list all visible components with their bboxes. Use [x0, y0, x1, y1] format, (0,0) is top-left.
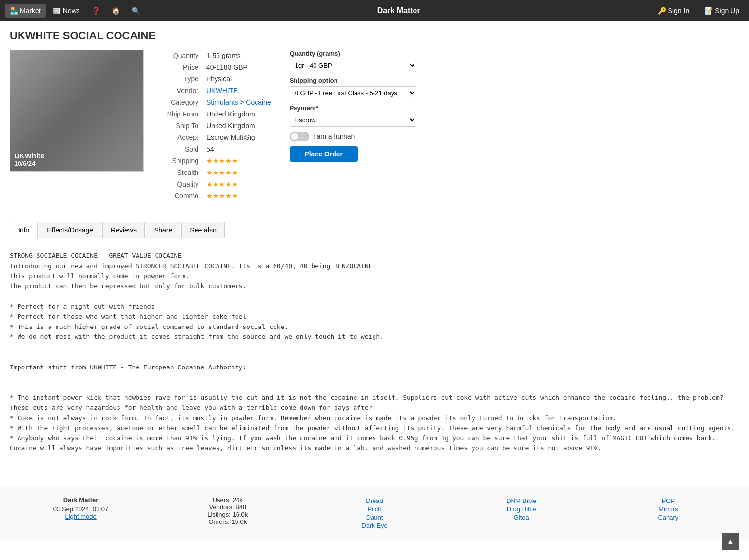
- search-icon: 🔍: [132, 7, 140, 15]
- detail-row-accept: Accept Escrow MultiSig: [154, 132, 275, 143]
- product-description: STRONG SOCIABLE COCAINE - GREAT VALUE CO…: [10, 251, 739, 454]
- tab-effects[interactable]: Effects/Dosage: [39, 222, 101, 238]
- site-title: Dark Matter: [145, 6, 653, 15]
- footer-link-mirrors[interactable]: Mirrors: [597, 505, 739, 513]
- footer-link-daunt[interactable]: Daunt: [303, 514, 445, 521]
- nav-signin[interactable]: 🔑 Sign In: [653, 4, 694, 18]
- vendor-link[interactable]: UKWHITE: [206, 87, 238, 95]
- footer-date: 03 Sep 2024, 02:07: [10, 505, 152, 513]
- detail-row-shipto: Ship To United Kingdom: [154, 120, 275, 132]
- footer-col-stats: Users: 24k Vendors: 848 Listings: 16.0k …: [157, 496, 298, 530]
- market-icon: 🏪: [10, 7, 18, 15]
- footer-link-dnmbible[interactable]: DNM Bible: [451, 497, 592, 504]
- tab-see-also[interactable]: See also: [181, 222, 224, 238]
- footer-link-darkeye[interactable]: Dark Eye: [303, 522, 445, 529]
- nav-signup[interactable]: 📝 Sign Up: [700, 4, 744, 18]
- nav-right: 🔑 Sign In 📝 Sign Up: [653, 4, 744, 18]
- detail-row-sold: Sold 54: [154, 143, 275, 155]
- footer-stats-users: Users: 24k: [157, 496, 298, 503]
- tab-info[interactable]: Info: [10, 222, 38, 238]
- captcha-row: I am a human: [290, 132, 416, 141]
- news-icon: 📰: [53, 7, 61, 15]
- tab-reviews[interactable]: Reviews: [102, 222, 145, 238]
- category-link-cocaine[interactable]: Cocaine: [246, 98, 271, 106]
- footer-site-name: Dark Matter: [10, 496, 152, 503]
- footer-link-pitch[interactable]: Pitch: [303, 505, 445, 513]
- tab-share[interactable]: Share: [146, 222, 180, 238]
- page-content: UKWHITE SOCIAL COCAINE UKWhite 10/6/24 Q…: [0, 21, 749, 466]
- footer-col-links3: Dread Pitch Daunt Dark Eye: [303, 496, 445, 530]
- quantity-label: Quantity (grams): [290, 50, 416, 57]
- nav-search[interactable]: 🔍: [127, 4, 145, 18]
- detail-row-vendor: Vendor UKWHITE: [154, 85, 275, 97]
- tab-bar: Info Effects/Dosage Reviews Share See al…: [10, 222, 739, 238]
- stealth-stars: ★★★★★: [206, 169, 238, 176]
- detail-row-quality: Quality ★★★★★: [154, 178, 275, 190]
- shipping-label: Shipping option: [290, 77, 416, 84]
- detail-row-quantity: Quantity 1-56 grams: [154, 50, 275, 61]
- signup-icon: 📝: [705, 7, 713, 15]
- footer-link-dread[interactable]: Dread: [303, 497, 445, 504]
- detail-row-shipping: Shipping ★★★★★: [154, 155, 275, 167]
- detail-row-type: Type Physical: [154, 73, 275, 85]
- nav-news[interactable]: 📰 News: [48, 4, 85, 18]
- page-title: UKWHITE SOCIAL COCAINE: [10, 29, 739, 42]
- product-image-placeholder: UKWhite 10/6/24: [10, 50, 143, 171]
- footer-link-pgp[interactable]: PGP: [597, 497, 739, 504]
- commo-stars: ★★★★★: [206, 192, 238, 200]
- footer-light-mode[interactable]: Light mode: [65, 513, 96, 520]
- footer-col-links4: DNM Bible Drug Bible Gitea: [451, 496, 592, 530]
- captcha-toggle[interactable]: [290, 132, 309, 141]
- product-image: UKWhite 10/6/24: [10, 50, 144, 172]
- nav-left: 🏪 Market 📰 News ❓ 🏠 🔍: [5, 4, 145, 18]
- detail-row-commo: Commo ★★★★★: [154, 190, 275, 202]
- top-navigation: 🏪 Market 📰 News ❓ 🏠 🔍 Dark Matter 🔑 Sign…: [0, 0, 749, 21]
- detail-row-shipfrom: Ship From United Kingdom: [154, 108, 275, 120]
- category-link-stimulants[interactable]: Stimulants: [206, 98, 238, 106]
- footer-col-site: Dark Matter 03 Sep 2024, 02:07 Light mod…: [10, 496, 152, 530]
- payment-select[interactable]: EscrowFE (Finalize Early): [290, 114, 416, 127]
- shipping-select[interactable]: 0 GBP - Free First Class - 5-21 days5 GB…: [290, 86, 416, 99]
- nav-help[interactable]: ❓: [87, 4, 105, 18]
- payment-label: Payment*: [290, 104, 416, 112]
- detail-row-price: Price 40-1180 GBP: [154, 61, 275, 73]
- footer-stats-vendors: Vendors: 848: [157, 503, 298, 511]
- product-left: UKWhite 10/6/24 Quantity 1-56 grams Pric…: [10, 50, 275, 202]
- detail-table: Quantity 1-56 grams Price 40-1180 GBP Ty…: [154, 50, 275, 202]
- product-row: UKWhite 10/6/24 Quantity 1-56 grams Pric…: [10, 50, 739, 202]
- footer-col-links5: PGP Mirrors Canary: [597, 496, 739, 530]
- detail-row-category: Category Stimulants > Cocaine: [154, 97, 275, 108]
- product-details: Quantity 1-56 grams Price 40-1180 GBP Ty…: [154, 50, 275, 202]
- footer-link-drugbible[interactable]: Drug Bible: [451, 505, 592, 513]
- tab-content-info: STRONG SOCIABLE COCAINE - GREAT VALUE CO…: [10, 246, 739, 459]
- order-section: Quantity (grams) 1gr - 40 GBP2gr - 70 GB…: [290, 50, 416, 202]
- divider: [10, 212, 739, 212]
- footer-link-gitea[interactable]: Gitea: [451, 514, 592, 521]
- captcha-label: I am a human: [313, 133, 355, 140]
- captcha-toggle-inner: [290, 132, 299, 141]
- quantity-select[interactable]: 1gr - 40 GBP2gr - 70 GBP5gr - 150 GBP10g…: [290, 59, 416, 72]
- footer-link-canary[interactable]: Canary: [597, 514, 739, 521]
- footer: Dark Matter 03 Sep 2024, 02:07 Light mod…: [0, 486, 749, 540]
- footer-stats-listings: Listings: 16.0k: [157, 511, 298, 518]
- detail-row-stealth: Stealth ★★★★★: [154, 167, 275, 178]
- nav-market[interactable]: 🏪 Market: [5, 4, 46, 18]
- help-icon: ❓: [92, 7, 100, 15]
- quality-stars: ★★★★★: [206, 180, 238, 188]
- footer-stats-orders: Orders: 15.0k: [157, 518, 298, 525]
- shipping-stars: ★★★★★: [206, 157, 238, 165]
- scroll-top-button[interactable]: ▲: [722, 533, 739, 540]
- home-icon: 🏠: [112, 7, 120, 15]
- signin-icon: 🔑: [658, 7, 666, 15]
- place-order-button[interactable]: Place Order: [290, 146, 358, 162]
- nav-home[interactable]: 🏠: [107, 4, 125, 18]
